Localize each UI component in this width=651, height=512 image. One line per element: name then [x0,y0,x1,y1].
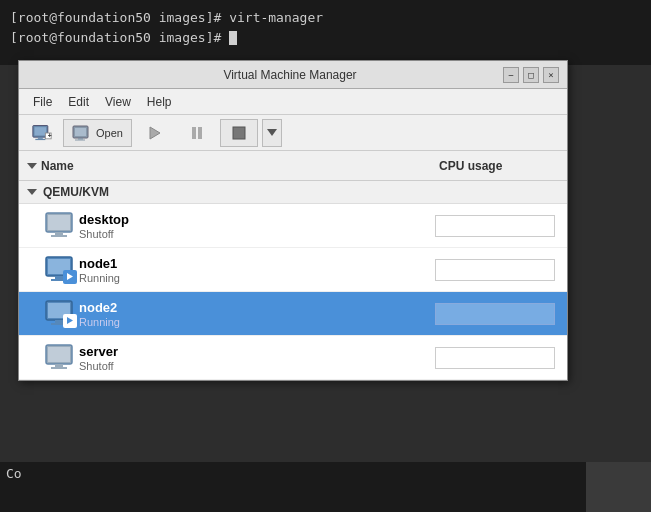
vmm-window: Virtual Machine Manager − □ × File Edit … [18,60,568,381]
vm-info-node2: node2 Running [79,300,435,328]
sort-icon [27,163,37,169]
close-button[interactable]: × [543,67,559,83]
pause-button[interactable] [178,119,216,147]
vm-status-desktop: Shutoff [79,228,435,240]
menu-view[interactable]: View [97,93,139,111]
cpu-column-header: CPU usage [439,159,559,173]
menu-file[interactable]: File [25,93,60,111]
name-column-header: Name [27,159,439,173]
svg-rect-9 [75,139,85,140]
svg-rect-32 [55,364,63,367]
svg-rect-13 [233,127,245,139]
svg-rect-16 [48,215,70,230]
svg-text:+: + [48,132,52,139]
table-header: Name CPU usage [19,151,567,181]
terminal-cursor [229,31,237,45]
vm-status-node2: Running [79,316,435,328]
toolbar-dropdown[interactable] [262,119,282,147]
vm-icon-node1 [43,254,79,286]
vm-cpu-bar-server [435,347,555,369]
svg-rect-3 [35,138,45,139]
pause-icon [187,125,207,141]
play-button[interactable] [136,119,174,147]
menu-edit[interactable]: Edit [60,93,97,111]
group-expand-icon [27,189,37,195]
title-bar: Virtual Machine Manager − □ × [19,61,567,89]
svg-rect-21 [55,276,63,279]
svg-rect-11 [192,127,196,139]
svg-rect-18 [51,235,67,237]
vm-row-node2[interactable]: node2 Running [19,292,567,336]
svg-rect-8 [78,138,83,140]
svg-rect-2 [38,137,43,139]
vm-icon-desktop [43,210,79,242]
open-icon [72,125,92,141]
svg-marker-14 [267,129,277,136]
svg-marker-29 [67,317,73,324]
vm-row-server[interactable]: server Shutoff [19,336,567,380]
open-button[interactable]: Open [63,119,132,147]
svg-rect-17 [55,232,63,235]
terminal-line-2: [root@foundation50 images]# [10,28,641,48]
svg-rect-12 [198,127,202,139]
vm-name-node2: node2 [79,300,435,315]
toolbar: + Open [19,115,567,151]
open-label: Open [96,127,123,139]
vm-info-server: server Shutoff [79,344,435,372]
vm-row-node1[interactable]: node1 Running [19,248,567,292]
svg-rect-27 [55,320,63,323]
stop-button[interactable] [220,119,258,147]
vm-name-server: server [79,344,435,359]
vm-icon-node2 [43,298,79,330]
svg-rect-1 [35,127,47,135]
menu-help[interactable]: Help [139,93,180,111]
vm-list: QEMU/KVM desktop Shutoff [19,181,567,380]
stop-icon [229,125,249,141]
vm-status-node1: Running [79,272,435,284]
svg-rect-33 [51,367,67,369]
svg-marker-10 [150,127,160,139]
svg-rect-31 [48,347,70,362]
window-controls: − □ × [503,67,559,83]
window-title: Virtual Machine Manager [77,68,503,82]
vm-name-desktop: desktop [79,212,435,227]
vm-name-node1: node1 [79,256,435,271]
terminal-background: [root@foundation50 images]# virt-manager… [0,0,651,65]
svg-marker-24 [67,273,73,280]
vm-row-desktop[interactable]: desktop Shutoff [19,204,567,248]
svg-rect-7 [75,128,86,136]
terminal-bottom-text: Co [6,466,22,481]
menu-bar: File Edit View Help [19,89,567,115]
play-icon [145,125,165,141]
vm-info-desktop: desktop Shutoff [79,212,435,240]
new-vm-button[interactable]: + [25,119,59,147]
terminal-bottom-right [586,462,651,512]
vm-cpu-bar-desktop [435,215,555,237]
vm-status-server: Shutoff [79,360,435,372]
vm-cpu-bar-node1 [435,259,555,281]
qemu-group-header[interactable]: QEMU/KVM [19,181,567,204]
name-column-label: Name [41,159,74,173]
group-label: QEMU/KVM [43,185,109,199]
vm-info-node1: node1 Running [79,256,435,284]
minimize-button[interactable]: − [503,67,519,83]
vm-cpu-bar-node2 [435,303,555,325]
vm-icon-server [43,342,79,374]
maximize-button[interactable]: □ [523,67,539,83]
terminal-bottom: Co [0,462,590,512]
terminal-line-1: [root@foundation50 images]# virt-manager [10,8,641,28]
new-vm-icon: + [32,125,52,141]
